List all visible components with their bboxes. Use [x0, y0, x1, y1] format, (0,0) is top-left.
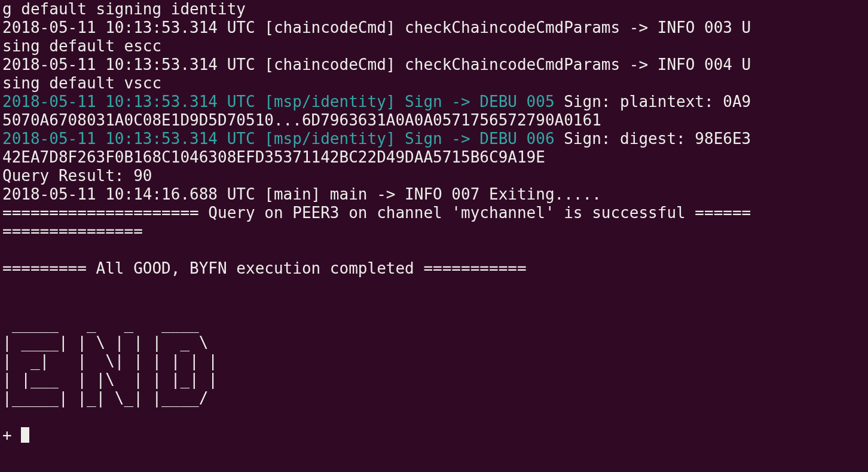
- terminal-line: _____ _ _ ____: [2, 315, 866, 333]
- terminal-line: 2018-05-11 10:13:53.314 UTC [chaincodeCm…: [2, 56, 866, 74]
- terminal-line: 2018-05-11 10:13:53.314 UTC [msp/identit…: [2, 93, 866, 111]
- cursor: [21, 427, 29, 443]
- terminal-text: g default signing identity: [2, 0, 246, 18]
- terminal-line: 42EA7D8F263F0B168C1046308EFD35371142BC22…: [2, 148, 866, 167]
- terminal-line: sing default vscc: [2, 74, 866, 93]
- terminal-line: 2018-05-11 10:14:16.688 UTC [main] main …: [2, 185, 866, 204]
- terminal-prompt-line[interactable]: +: [2, 426, 866, 445]
- terminal-line: |_____| |_| \_| |____/: [2, 389, 866, 407]
- terminal-line: sing default escc: [2, 37, 866, 56]
- terminal-line: [2, 296, 866, 315]
- terminal-text: [2, 241, 12, 259]
- terminal-line: 2018-05-11 10:13:53.314 UTC [chaincodeCm…: [2, 19, 866, 37]
- terminal-text: [2, 296, 12, 314]
- terminal-line: | ____| | \ | | | _ \: [2, 333, 866, 352]
- terminal-line: [2, 407, 866, 426]
- terminal-line: 5070A6708031A0C08E1D9D5D70510...6D796363…: [2, 111, 866, 130]
- terminal-line: [2, 278, 866, 296]
- terminal-text: | ____| | \ | | | _ \: [2, 333, 227, 351]
- terminal-line: g default signing identity: [2, 0, 866, 19]
- terminal-text: sing default escc: [2, 37, 161, 55]
- terminal-text: 2018-05-11 10:13:53.314 UTC [msp/identit…: [2, 130, 555, 148]
- terminal-line: | _| | \| | | | | |: [2, 352, 866, 370]
- terminal-text: 2018-05-11 10:13:53.314 UTC [chaincodeCm…: [2, 19, 751, 36]
- terminal-text: Query Result: 90: [2, 167, 152, 185]
- terminal-output[interactable]: g default signing identity2018-05-11 10:…: [0, 0, 868, 445]
- terminal-text: 2018-05-11 10:14:16.688 UTC [main] main …: [2, 185, 601, 203]
- terminal-text: 2018-05-11 10:13:53.314 UTC [msp/identit…: [2, 93, 555, 111]
- terminal-line: ========= All GOOD, BYFN execution compl…: [2, 259, 866, 278]
- terminal-text: 2018-05-11 10:13:53.314 UTC [chaincodeCm…: [2, 56, 751, 73]
- terminal-text: [2, 278, 12, 296]
- terminal-text: ===================== Query on PEER3 on …: [2, 204, 751, 222]
- terminal-text: ========= All GOOD, BYFN execution compl…: [2, 259, 536, 277]
- terminal-text: 42EA7D8F263F0B168C1046308EFD35371142BC22…: [2, 148, 555, 166]
- terminal-text: | |___ | |\ | | |_| |: [2, 370, 227, 388]
- terminal-line: [2, 241, 866, 259]
- terminal-text: sing default vscc: [2, 74, 161, 92]
- terminal-line: ===================== Query on PEER3 on …: [2, 204, 866, 222]
- terminal-text: ===============: [2, 222, 152, 240]
- terminal-line: Query Result: 90: [2, 167, 866, 185]
- terminal-text: Sign: digest: 98E6E3: [555, 130, 751, 148]
- terminal-text: Sign: plaintext: 0A9: [555, 93, 751, 111]
- terminal-text: [2, 407, 12, 425]
- terminal-line: 2018-05-11 10:13:53.314 UTC [msp/identit…: [2, 130, 866, 148]
- terminal-text: _____ _ _ ____: [2, 315, 227, 333]
- terminal-line: ===============: [2, 222, 866, 241]
- terminal-text: |_____| |_| \_| |____/: [2, 389, 227, 407]
- terminal-text: 5070A6708031A0C08E1D9D5D70510...6D796363…: [2, 111, 610, 129]
- terminal-text: | _| | \| | | | | |: [2, 352, 227, 370]
- terminal-line: | |___ | |\ | | |_| |: [2, 370, 866, 389]
- terminal-prompt: +: [2, 426, 21, 444]
